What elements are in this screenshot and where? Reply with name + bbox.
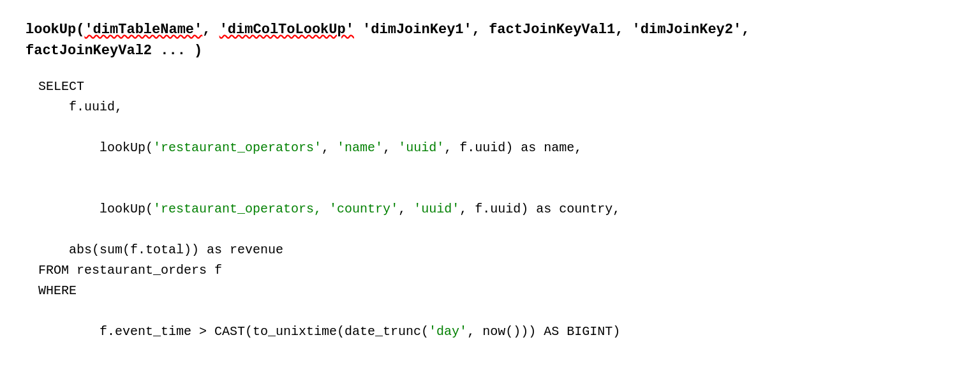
and-condition: AND f.status = 'OPEN' — [38, 362, 954, 365]
lookup-str1-1: 'restaurant_operators' — [153, 140, 322, 155]
lookup-comma1-2 — [322, 202, 329, 216]
lookup-str2-2: 'country' — [329, 202, 398, 216]
field-uuid: f.uuid, — [38, 97, 954, 117]
field-revenue: abs(sum(f.total)) as revenue — [38, 240, 954, 260]
header-function-signature: lookUp('dimTableName', 'dimColToLookUp' … — [26, 19, 954, 61]
lookup-str3-2: 'uuid' — [413, 202, 459, 216]
lookup-alias-1: name, — [536, 140, 582, 155]
lookup-alias-2: country, — [551, 202, 620, 216]
lookup-suffix-2: , f.uuid) — [459, 202, 536, 216]
field-country-line: lookUp('restaurant_operators, 'country',… — [38, 179, 954, 240]
lookup-as-2: as — [536, 202, 551, 216]
lookup-comma2-2: , — [398, 202, 413, 216]
where-keyword: WHERE — [38, 281, 954, 301]
lookup-prefix-1: lookUp( — [69, 140, 153, 155]
from-line: FROM restaurant_orders f — [38, 260, 954, 281]
lookup-suffix-1: , f.uuid) — [444, 140, 521, 155]
lookup-comma1-1: , — [322, 140, 337, 155]
header-comma1: , — [202, 22, 219, 38]
header-param1: 'dimTableName' — [84, 22, 202, 38]
header-line2: factJoinKeyVal2 ... ) — [26, 43, 202, 59]
lookup-comma2-1: , — [383, 140, 398, 155]
where-cond-prefix: f.event_time > CAST(to_unixtime(date_tru… — [69, 324, 429, 339]
header-param2: 'dimColToLookUp' — [219, 22, 354, 38]
lookup-str3-1: 'uuid' — [398, 140, 444, 155]
field-name-line: lookUp('restaurant_operators', 'name', '… — [38, 117, 954, 179]
header-text-prefix: lookUp( — [26, 22, 84, 38]
where-str1: 'day' — [429, 324, 467, 339]
header-text-after: 'dimJoinKey1', factJoinKeyVal1, 'dimJoin… — [354, 22, 750, 38]
where-condition: f.event_time > CAST(to_unixtime(date_tru… — [38, 301, 954, 362]
code-block: SELECT f.uuid, lookUp('restaurant_operat… — [26, 77, 954, 365]
lookup-prefix-2: lookUp( — [69, 202, 153, 216]
lookup-str2-1: 'name' — [337, 140, 383, 155]
where-cond2: , now())) AS BIGINT) — [467, 324, 620, 339]
select-keyword: SELECT — [38, 77, 954, 97]
lookup-str1-2: 'restaurant_operators, — [153, 202, 322, 216]
lookup-as-1: as — [521, 140, 536, 155]
